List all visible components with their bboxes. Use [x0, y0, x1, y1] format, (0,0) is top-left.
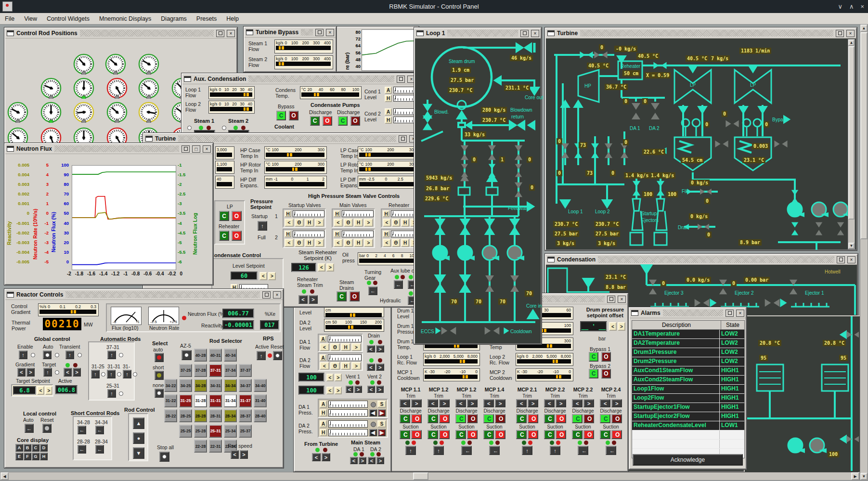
rod-select-button[interactable]: 28-40: [254, 409, 267, 422]
minimize-button[interactable]: [315, 29, 324, 36]
h-button[interactable]: H: [383, 231, 389, 237]
valve-slider[interactable]: [391, 231, 417, 237]
h-button[interactable]: H: [383, 210, 389, 217]
reheater-sp-inc[interactable]: >: [326, 263, 334, 272]
da1-flow-auto[interactable]: A: [320, 336, 326, 342]
tsp-inc[interactable]: >: [45, 386, 52, 395]
valve-hand[interactable]: H: [401, 239, 409, 247]
main-title-bar[interactable]: RBMK Simulator - Control Panel ∨ ∧ ×: [0, 0, 868, 13]
alarm-row[interactable]: StartupEjector2Flow HIGH1: [632, 412, 744, 421]
maximize-button[interactable]: □: [192, 145, 200, 153]
vent2-inc2[interactable]: >: [376, 386, 384, 393]
core-display-button[interactable]: H: [40, 453, 48, 460]
trim-inc-button[interactable]: >: [556, 399, 566, 407]
reheater-valve-close[interactable]: C: [219, 231, 229, 241]
turning-gear-button[interactable]: ←: [368, 286, 377, 295]
suction-open[interactable]: O: [611, 430, 622, 439]
core-display-button[interactable]: E: [15, 453, 23, 460]
rod-select-button[interactable]: 37-37: [239, 364, 252, 377]
da2-press-left[interactable]: ◀: [369, 429, 377, 436]
suction-open[interactable]: O: [467, 430, 478, 439]
valve-dec[interactable]: <: [285, 239, 294, 247]
sr2-button[interactable]: ←: [95, 426, 104, 434]
mcp-mode-button[interactable]: ←: [578, 446, 588, 455]
local-auto-button[interactable]: ←: [25, 424, 34, 433]
close-button[interactable]: ×: [846, 30, 855, 37]
suction-close[interactable]: C: [544, 430, 555, 439]
rod-select-button[interactable]: 28-34: [224, 409, 237, 422]
suction-close[interactable]: C: [428, 430, 438, 439]
close-button[interactable]: ×: [203, 145, 211, 153]
rod-select-button[interactable]: 37-28: [194, 364, 207, 377]
valve-dec[interactable]: <: [334, 239, 343, 247]
da1-flow-dec[interactable]: <: [320, 343, 329, 351]
rod-select-button[interactable]: 31-22: [164, 394, 177, 407]
from-turbine-dec[interactable]: <: [312, 453, 321, 461]
rod-select-button[interactable]: 40-28: [194, 349, 207, 362]
gradient-inc[interactable]: >: [26, 368, 35, 377]
maximize-icon[interactable]: ∧: [849, 3, 854, 10]
minimize-button[interactable]: [397, 76, 405, 83]
title-bar[interactable]: Alarms ×: [630, 308, 746, 318]
auto-button[interactable]: [43, 351, 52, 359]
trim-dec-button[interactable]: <: [455, 399, 466, 407]
da1-flow-inc[interactable]: >: [351, 343, 361, 351]
valve-hand[interactable]: H: [401, 219, 409, 227]
enable-button[interactable]: ↑: [19, 351, 27, 359]
rod-select-button[interactable]: 31-34: [224, 394, 237, 407]
menu-item[interactable]: Help: [221, 14, 244, 24]
valve-inc[interactable]: >: [315, 239, 324, 247]
valve-slider[interactable]: [342, 210, 374, 217]
valve-hand[interactable]: H: [305, 219, 314, 227]
rod-select-button[interactable]: 25-28: [194, 425, 207, 438]
vent1-inc2[interactable]: >: [354, 386, 362, 393]
pump1-discharge-open[interactable]: O: [323, 116, 332, 126]
cond1-hand-slider[interactable]: [393, 95, 416, 102]
close-button[interactable]: ×: [531, 30, 539, 37]
alarm-row[interactable]: Drum2Pressure LOW2: [632, 357, 744, 366]
bypass2-close[interactable]: C: [589, 369, 598, 378]
vent2-dec2[interactable]: <: [367, 386, 375, 393]
da2-flow-hand[interactable]: H: [341, 362, 350, 370]
ms-da1-dec[interactable]: <: [350, 457, 358, 464]
rod-select-button[interactable]: 31-37: [239, 394, 252, 407]
rod-select-button[interactable]: 28-28: [194, 409, 207, 422]
rod-select-button[interactable]: 37-25: [179, 364, 192, 377]
pressure-startup-button[interactable]: ↑: [258, 221, 267, 231]
alarm-row[interactable]: AuxCond1SteamFlow HIGH1: [632, 366, 744, 376]
title-bar[interactable]: Condensation ×: [546, 255, 857, 265]
vent1-dec2[interactable]: <: [346, 386, 353, 393]
acknowledge-button[interactable]: Acknowledge: [633, 454, 743, 466]
cond2-auto-slider[interactable]: [393, 108, 416, 115]
core-display-button[interactable]: D: [40, 444, 48, 452]
da2-flow-auto[interactable]: A: [320, 354, 326, 361]
discharge-close[interactable]: C: [400, 414, 410, 423]
title-bar[interactable]: Turbine Bypass ×: [245, 27, 336, 38]
core-display-button[interactable]: F: [24, 453, 31, 460]
da2-press-s[interactable]: S: [377, 420, 386, 428]
alarm-row[interactable]: Drum1Pressure LOW2: [632, 348, 744, 357]
alarm-row[interactable]: DA1Temperature LOW2: [632, 330, 744, 339]
rod-select-button[interactable]: 34-31: [209, 379, 222, 392]
trim-inc-button[interactable]: >: [583, 399, 594, 407]
ms-da2-inc[interactable]: >: [376, 457, 384, 464]
core-display-button[interactable]: C: [32, 444, 39, 452]
vent2-inc[interactable]: >: [335, 387, 342, 394]
lp-valve-open[interactable]: O: [232, 211, 242, 221]
transient-inc[interactable]: >: [73, 368, 81, 377]
rod-up-button[interactable]: ▲: [133, 417, 144, 429]
minimize-button[interactable]: [725, 310, 734, 317]
trim-dec-button[interactable]: <: [428, 399, 438, 407]
discharge-open[interactable]: O: [556, 414, 566, 423]
rps-reset-button[interactable]: [273, 351, 282, 360]
ar-m3-button[interactable]: ↑: [123, 370, 131, 378]
discharge-close[interactable]: C: [516, 414, 527, 423]
suction-open[interactable]: O: [556, 430, 566, 439]
trim-inc-button[interactable]: >: [495, 399, 505, 407]
da2-flow-theta[interactable]: Θ: [330, 362, 340, 370]
core-display-button[interactable]: B: [24, 444, 31, 452]
da2-flow-slider[interactable]: [328, 354, 362, 361]
cond1-hand-button[interactable]: H: [385, 95, 392, 102]
select-none-button[interactable]: [155, 389, 164, 398]
lp-valve-close[interactable]: C: [219, 211, 229, 221]
